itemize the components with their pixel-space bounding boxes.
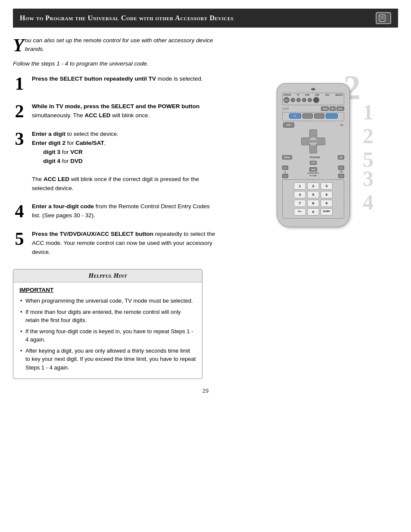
transport-dashed: TV	[282, 112, 344, 121]
vol-label: ▲	[284, 171, 286, 173]
dropcap: Y	[13, 36, 24, 54]
vol-up-btn: +	[282, 166, 288, 170]
mode-dot-aux	[302, 98, 306, 102]
play-btn: ►	[330, 106, 336, 111]
step-3: 3 Enter a digit to select the device. En…	[13, 130, 220, 193]
sound-auto-label: SOUND AUTO	[308, 172, 319, 174]
mode-dot-tv	[291, 98, 295, 102]
label-status: STATUS	[283, 94, 291, 96]
fn3-btn	[314, 113, 324, 119]
num-6: 6	[321, 191, 333, 198]
remote-body: STATUS TV DVD AUX ACC SELECT EXIT	[277, 83, 350, 227]
num-a-plus: A+	[294, 208, 306, 216]
step-4-content: Enter a four-digit code from the Remote …	[32, 202, 220, 220]
dpad-right	[317, 138, 325, 145]
vol-down-btn: −	[282, 174, 288, 178]
step-1-content: Press the SELECT button repeatedly until…	[32, 75, 203, 84]
hint-item-3: If the wrong four-digit code is keyed in…	[19, 327, 196, 344]
exit-btn: EXIT	[283, 97, 290, 103]
select-btn	[313, 97, 319, 103]
num-9: 9	[321, 200, 333, 207]
label-acc: ACC	[325, 94, 330, 96]
step-4-number: 4	[13, 202, 26, 220]
step-5-content: Press the TV/DVD/AUX/ACC SELECT button r…	[32, 230, 220, 257]
label-tv: TV	[297, 94, 299, 96]
intro-section: Y ou can also set up the remote control …	[13, 36, 398, 54]
num-7: 7	[294, 200, 306, 207]
hint-item-4: After keying a digit, you are only allow…	[19, 347, 196, 372]
ok-btn: OK	[338, 155, 344, 160]
label-aux: AUX	[315, 94, 320, 96]
tv-btn: TV	[289, 113, 301, 119]
follow-text: Follow the steps 1 - 4 to program the un…	[13, 60, 211, 67]
label-dvd: DVD	[305, 94, 309, 96]
step-2: 2 While in TV mode, press the SELECT and…	[13, 102, 220, 120]
mute-btn: ◄◄	[309, 167, 317, 172]
dpad-center: PHILIPS	[308, 137, 318, 146]
hint-header: Helpful Hint	[13, 269, 202, 282]
sleep-label: SLEEP	[282, 107, 289, 110]
step-2-content: While in TV mode, press the SELECT and t…	[32, 102, 220, 120]
remote-column: 2 STATUS TV DVD AUX ACC	[228, 75, 398, 379]
num-1: 1	[294, 182, 306, 190]
fn2-btn	[302, 113, 313, 119]
main-content: 1 Press the SELECT button repeatedly unt…	[13, 75, 398, 379]
mode-dot-acc	[308, 98, 312, 102]
step-3-content: Enter a digit to select the device. Ente…	[32, 130, 220, 193]
ch-label: CH	[340, 171, 343, 173]
num-4: 4	[294, 191, 306, 198]
prev-btn: ◄◄	[321, 106, 329, 111]
helpful-hint-box: Helpful Hint IMPORTANT When programming …	[13, 269, 202, 379]
menu-btn: MENU	[282, 155, 292, 160]
page-title: How to Program the Universal Code with o…	[20, 14, 234, 22]
step-1: 1 Press the SELECT button repeatedly unt…	[13, 75, 220, 93]
hint-list: When programming the universal code, TV …	[19, 297, 196, 372]
step-2-number: 2	[13, 102, 26, 120]
step-3-number: 3	[13, 130, 26, 148]
hint-item-2: If more than four digits are entered, th…	[19, 308, 196, 325]
numpad: 1 2 3 4 5 6 7 8 9 A+ 0 SURF	[294, 182, 333, 216]
steps-column: 1 Press the SELECT button repeatedly unt…	[13, 75, 220, 379]
fn4-btn	[326, 113, 338, 119]
intro-text: ou can also set up the remote control fo…	[25, 36, 223, 54]
dpad: PHILIPS	[301, 129, 325, 153]
mode-buttons-dashed: STATUS TV DVD AUX ACC SELECT EXIT	[282, 93, 344, 105]
num-8: 8	[307, 200, 319, 207]
hint-item-1: When programming the universal code, TV …	[19, 297, 196, 305]
dpad-down	[309, 145, 317, 153]
numpad-dashed: 1 2 3 4 5 6 7 8 9 A+ 0 SURF	[282, 179, 344, 219]
mode-dot-dvd	[296, 98, 301, 102]
remote-step-label-125: 125	[363, 100, 374, 172]
pip-btn: PIP	[283, 122, 294, 128]
important-label: IMPORTANT	[19, 287, 196, 293]
num-2: 2	[307, 182, 319, 190]
ch-up-btn: +	[338, 166, 344, 170]
surf-btn: SURF	[321, 208, 333, 216]
ch-down-btn: −	[338, 174, 344, 178]
step-1-number: 1	[13, 75, 26, 93]
dpad-wrapper: PHILIPS	[280, 129, 346, 153]
step-5-number: 5	[13, 230, 26, 248]
next-btn: ►►	[336, 106, 344, 111]
label-select: SELECT	[335, 94, 343, 96]
num-0: 0	[307, 208, 319, 216]
num-3: 3	[321, 182, 333, 190]
step-5: 5 Press the TV/DVD/AUX/ACC SELECT button…	[13, 230, 220, 257]
page-wrapper: How to Program the Universal Code with o…	[0, 0, 411, 532]
hint-body: IMPORTANT When programming the universal…	[13, 282, 202, 379]
svg-rect-0	[379, 15, 385, 22]
header-remote-icon	[376, 12, 391, 24]
step-4: 4 Enter a four-digit code from the Remot…	[13, 202, 220, 220]
num-5: 5	[307, 191, 319, 198]
cc-label: CC	[340, 124, 343, 126]
page-number: 29	[13, 388, 398, 394]
program-label: PROGRAM	[310, 156, 320, 159]
list-btn: LIST	[310, 161, 317, 165]
page-header: How to Program the Universal Code with o…	[13, 9, 398, 28]
picture-label: PICTURE	[309, 175, 317, 177]
ir-led	[311, 88, 315, 91]
remote-step-label-34: 34	[363, 167, 374, 214]
